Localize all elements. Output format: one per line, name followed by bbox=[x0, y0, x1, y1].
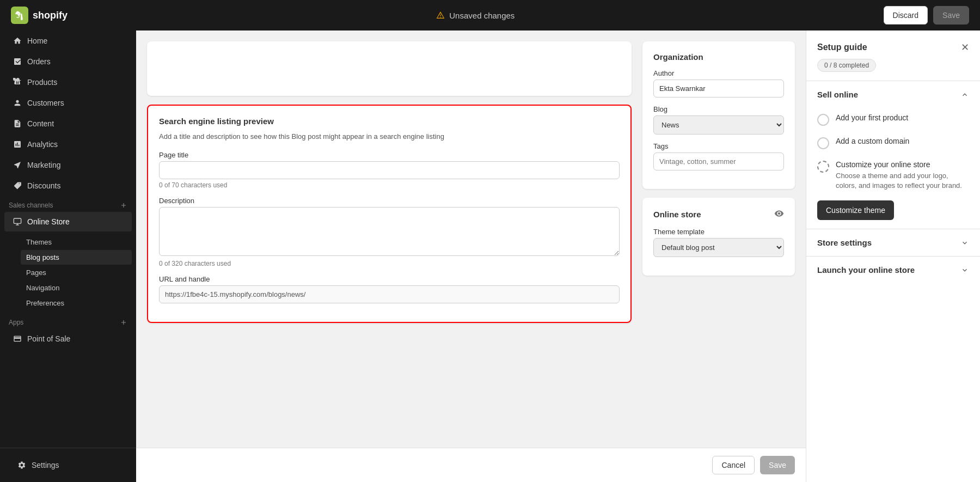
shopify-logo-text: shopify bbox=[33, 10, 68, 21]
sell-online-title: Sell online bbox=[817, 90, 858, 99]
sell-online-header[interactable]: Sell online bbox=[806, 81, 980, 108]
page-title-label: Page title bbox=[159, 151, 620, 159]
blog-field: Blog News Main Blog bbox=[653, 105, 784, 135]
sidebar-item-online-store[interactable]: Online Store bbox=[4, 212, 132, 231]
launch-store-chevron-icon bbox=[960, 266, 969, 274]
tags-label: Tags bbox=[653, 142, 784, 150]
add-first-product-item[interactable]: Add your first product bbox=[817, 108, 969, 131]
sidebar-sub-menu: Themes Blog posts Pages Navigation Prefe… bbox=[0, 232, 136, 313]
shopify-logo-icon bbox=[11, 7, 28, 24]
sell-online-section: Sell online Add your first product Add a… bbox=[806, 81, 980, 229]
cancel-button[interactable]: Cancel bbox=[712, 456, 755, 474]
setup-progress: 0 / 8 completed bbox=[817, 59, 969, 72]
seo-card-description: Add a title and description to see how t… bbox=[159, 131, 620, 142]
seo-card-title: Search engine listing preview bbox=[159, 117, 620, 126]
sidebar-bottom: Settings bbox=[0, 448, 136, 482]
unsaved-changes-text: Unsaved changes bbox=[449, 11, 514, 20]
add-domain-text: Add a custom domain bbox=[836, 137, 909, 145]
sidebar-item-discounts[interactable]: Discounts bbox=[4, 176, 132, 196]
url-handle-label: URL and handle bbox=[159, 275, 620, 283]
topbar: shopify Unsaved changes Discard Save bbox=[0, 0, 980, 30]
sidebar-discounts-label: Discounts bbox=[27, 181, 60, 190]
svg-rect-0 bbox=[14, 218, 21, 223]
save-button[interactable]: Save bbox=[933, 6, 969, 25]
sidebar-item-analytics[interactable]: Analytics bbox=[4, 135, 132, 154]
top-card bbox=[147, 41, 632, 96]
sidebar-item-customers[interactable]: Customers bbox=[4, 93, 132, 113]
page-title-hint: 0 of 70 characters used bbox=[159, 181, 620, 189]
topbar-actions: Discard Save bbox=[884, 6, 969, 25]
sidebar-home-label: Home bbox=[27, 36, 47, 45]
organization-card: Organization Author Blog News Main Blog bbox=[642, 41, 795, 189]
description-input[interactable] bbox=[159, 207, 620, 256]
author-field: Author bbox=[653, 69, 784, 97]
blog-label: Blog bbox=[653, 105, 784, 113]
setup-guide-panel: Setup guide ✕ 0 / 8 completed Sell onlin… bbox=[806, 30, 980, 482]
sidebar-item-home[interactable]: Home bbox=[4, 31, 132, 51]
apps-section: Apps bbox=[0, 313, 136, 328]
online-store-title: Online store bbox=[653, 210, 701, 219]
page-title-input[interactable] bbox=[159, 161, 620, 179]
launch-store-section: Launch your online store bbox=[806, 256, 980, 283]
sidebar-sub-blog-posts[interactable]: Blog posts bbox=[21, 250, 132, 265]
add-product-text: Add your first product bbox=[836, 113, 908, 122]
sidebar-item-products[interactable]: Products bbox=[4, 72, 132, 92]
online-store-header: Online store bbox=[653, 209, 784, 220]
sidebar-item-settings[interactable]: Settings bbox=[9, 455, 127, 475]
online-store-card: Online store Theme template Default blog… bbox=[642, 198, 795, 276]
sidebar-sub-preferences[interactable]: Preferences bbox=[21, 296, 132, 310]
page-title-group: Page title 0 of 70 characters used bbox=[159, 151, 620, 189]
sidebar-orders-label: Orders bbox=[27, 57, 51, 66]
description-group: Description 0 of 320 characters used bbox=[159, 197, 620, 267]
sidebar: Home Orders Products Customers Content A… bbox=[0, 30, 136, 482]
add-custom-domain-item[interactable]: Add a custom domain bbox=[817, 131, 969, 155]
author-label: Author bbox=[653, 69, 784, 77]
store-settings-title: Store settings bbox=[817, 238, 872, 247]
sidebar-customers-label: Customers bbox=[27, 99, 64, 107]
url-handle-input[interactable] bbox=[159, 285, 620, 303]
sidebar-item-orders[interactable]: Orders bbox=[4, 52, 132, 71]
setup-guide-title: Setup guide bbox=[817, 42, 867, 52]
seo-card: Search engine listing preview Add a titl… bbox=[147, 105, 632, 323]
sidebar-sub-themes[interactable]: Themes bbox=[21, 235, 132, 249]
sidebar-spacer bbox=[0, 349, 136, 448]
content-left: Search engine listing preview Add a titl… bbox=[147, 41, 632, 323]
tags-input[interactable] bbox=[653, 152, 784, 170]
sidebar-sub-navigation[interactable]: Navigation bbox=[21, 280, 132, 295]
sidebar-content-label: Content bbox=[27, 119, 54, 128]
sidebar-sub-pages[interactable]: Pages bbox=[21, 265, 132, 280]
main-content: Search engine listing preview Add a titl… bbox=[136, 30, 806, 448]
theme-template-select[interactable]: Default blog post Custom bbox=[653, 238, 784, 257]
blog-select[interactable]: News Main Blog bbox=[653, 115, 784, 135]
store-settings-chevron-icon bbox=[960, 239, 969, 247]
topbar-center: Unsaved changes bbox=[436, 11, 514, 20]
save-footer-button[interactable]: Save bbox=[760, 456, 795, 474]
discard-button[interactable]: Discard bbox=[884, 6, 928, 25]
customize-store-text: Customize your online store Choose a the… bbox=[836, 160, 969, 191]
theme-template-label: Theme template bbox=[653, 228, 784, 236]
organization-title: Organization bbox=[653, 52, 784, 62]
launch-store-header[interactable]: Launch your online store bbox=[806, 257, 980, 283]
sales-channels-label: Sales channels bbox=[9, 202, 53, 209]
sidebar-item-point-of-sale[interactable]: Point of Sale bbox=[4, 329, 132, 349]
sidebar-item-marketing[interactable]: Marketing bbox=[4, 155, 132, 175]
progress-badge: 0 / 8 completed bbox=[817, 59, 876, 72]
customize-theme-button[interactable]: Customize theme bbox=[817, 200, 894, 220]
sales-channels-section: Sales channels bbox=[0, 196, 136, 211]
launch-store-title: Launch your online store bbox=[817, 265, 915, 274]
sidebar-item-content[interactable]: Content bbox=[4, 114, 132, 133]
customize-store-icon bbox=[817, 161, 829, 173]
content-right: Organization Author Blog News Main Blog bbox=[642, 41, 795, 323]
add-domain-icon bbox=[817, 137, 829, 149]
store-settings-header[interactable]: Store settings bbox=[806, 229, 980, 256]
content-wrapper: Search engine listing preview Add a titl… bbox=[147, 41, 795, 323]
customize-store-item[interactable]: Customize your online store Choose a the… bbox=[817, 155, 969, 196]
add-product-icon bbox=[817, 114, 829, 126]
visibility-icon[interactable] bbox=[774, 209, 784, 220]
tags-field: Tags bbox=[653, 142, 784, 170]
footer-actions: Cancel Save bbox=[136, 448, 806, 482]
layout: Home Orders Products Customers Content A… bbox=[0, 30, 980, 482]
setup-guide-close[interactable]: ✕ bbox=[961, 41, 969, 53]
author-input[interactable] bbox=[653, 80, 784, 97]
sidebar-analytics-label: Analytics bbox=[27, 140, 58, 149]
